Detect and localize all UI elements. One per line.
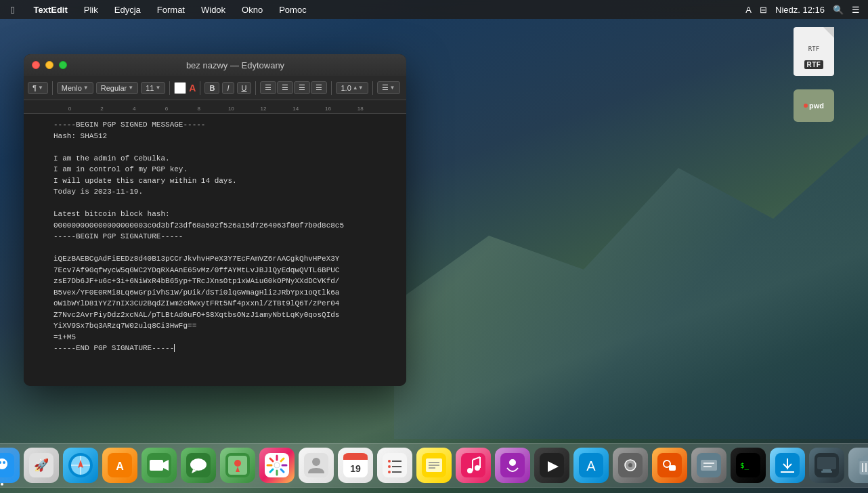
- align-right-button[interactable]: ☰: [294, 81, 310, 94]
- clock: Niedz. 12:16: [775, 5, 825, 15]
- underline-button[interactable]: U: [237, 82, 252, 94]
- ruler-tick-6: 6: [150, 106, 183, 112]
- dock-facetime[interactable]: [142, 448, 177, 483]
- align-left-button[interactable]: ☰: [260, 81, 276, 94]
- dock-safari[interactable]: [63, 448, 98, 483]
- display-icon[interactable]: ⊟: [760, 5, 767, 15]
- dock-contacts[interactable]: [299, 448, 334, 483]
- dock-calendar[interactable]: 19: [338, 448, 373, 483]
- ruler-numbers: 0 2 4 6 8 10 12 14 16 18: [24, 106, 406, 112]
- dock-utilities[interactable]: [691, 448, 726, 483]
- window-title: bez nazwy — Edytowany: [72, 60, 398, 70]
- apple-menu[interactable]: : [8, 3, 17, 17]
- dock-reminders[interactable]: [377, 448, 412, 483]
- dock-podcasts[interactable]: [495, 448, 530, 483]
- svg-point-17: [190, 458, 207, 471]
- dock-screensaver[interactable]: [809, 448, 844, 483]
- text-color-button[interactable]: A: [189, 83, 196, 93]
- dock-maps[interactable]: [220, 448, 255, 483]
- menu-pomoc[interactable]: Pomoc: [276, 3, 309, 16]
- svg-text:A: A: [116, 460, 124, 472]
- search-icon[interactable]: 🔍: [833, 5, 844, 15]
- pwd-icon-body: pwd: [794, 89, 834, 122]
- dock-finder[interactable]: [0, 448, 20, 483]
- svg-point-34: [312, 458, 320, 466]
- textedit-window: bez nazwy — Edytowany ¶ ▼ Menlo ▼ Regula…: [24, 54, 406, 386]
- dock-launchpad[interactable]: 🚀: [24, 448, 59, 483]
- font-style-selector[interactable]: Regular ▼: [96, 82, 138, 94]
- dock-messages[interactable]: [181, 448, 216, 483]
- toolbar-separator-2: [169, 81, 170, 95]
- toolbar-separator-4: [255, 81, 256, 95]
- dock-keychain-access[interactable]: [652, 448, 687, 483]
- dock-music[interactable]: [456, 448, 491, 483]
- ruler-tick-14: 14: [280, 106, 312, 112]
- maximize-button[interactable]: [59, 61, 67, 69]
- ruler: 0 2 4 6 8 10 12 14 16 18: [24, 100, 406, 114]
- dock-trash[interactable]: [848, 448, 868, 483]
- ruler-tick-2: 2: [86, 106, 118, 112]
- menu-icon[interactable]: ☰: [852, 5, 860, 15]
- font-selector[interactable]: Menlo ▼: [57, 82, 93, 94]
- dock-dictionary[interactable]: A: [102, 448, 137, 483]
- rtf-file-icon[interactable]: RTF RTF: [794, 27, 834, 76]
- menubar:  TextEdit Plik Edycja Format Widok Okno…: [0, 0, 868, 19]
- svg-point-44: [388, 471, 391, 473]
- svg-point-42: [388, 465, 391, 468]
- ruler-tick-18: 18: [344, 106, 376, 112]
- font-icon[interactable]: A: [745, 5, 752, 15]
- toolbar-separator-6: [372, 81, 373, 95]
- svg-point-58: [509, 459, 516, 466]
- dock-downloads[interactable]: [770, 448, 805, 483]
- paragraph-style-button[interactable]: ¶ ▼: [28, 82, 48, 94]
- pwd-icon-text: pwd: [809, 102, 824, 110]
- dock-photos[interactable]: [259, 448, 295, 483]
- toolbar-separator-3: [200, 81, 200, 95]
- color-picker[interactable]: [174, 82, 186, 94]
- ruler-tick-0: 0: [53, 106, 86, 112]
- menu-format[interactable]: Format: [154, 3, 188, 16]
- menu-edycja[interactable]: Edycja: [112, 3, 144, 16]
- italic-button[interactable]: I: [222, 82, 234, 94]
- formatting-toolbar: ¶ ▼ Menlo ▼ Regular ▼ 11 ▼ A B I U ☰ ☰ ☰…: [24, 76, 406, 100]
- menu-widok[interactable]: Widok: [198, 3, 228, 16]
- dock-notes[interactable]: [416, 448, 452, 483]
- close-button[interactable]: [32, 61, 40, 69]
- text-editor-area[interactable]: -----BEGIN PGP SIGNED MESSAGE----- Hash:…: [24, 114, 406, 386]
- ruler-tick-8: 8: [183, 106, 215, 112]
- svg-rect-81: [823, 469, 831, 471]
- ruler-tick-10: 10: [215, 106, 248, 112]
- svg-point-21: [234, 460, 241, 467]
- toolbar-separator-1: [52, 81, 53, 95]
- pwd-folder-icon[interactable]: pwd: [794, 89, 834, 122]
- dock-appletv[interactable]: [534, 448, 569, 483]
- svg-point-69: [666, 463, 668, 465]
- font-size-selector[interactable]: 11 ▼: [141, 82, 165, 94]
- minimize-button[interactable]: [45, 61, 53, 69]
- rtf-icon-body: RTF RTF: [794, 27, 834, 76]
- dock-appstore[interactable]: A: [573, 448, 609, 483]
- svg-point-24: [274, 463, 280, 468]
- svg-rect-84: [859, 460, 868, 475]
- alignment-group: ☰ ☰ ☰ ☰: [260, 81, 327, 94]
- svg-text:A: A: [586, 458, 596, 473]
- pwd-dot: [804, 104, 808, 108]
- dock-terminal[interactable]: $_: [731, 448, 766, 483]
- menu-plik[interactable]: Plik: [81, 3, 101, 16]
- line-height-selector[interactable]: 1.0 ▲▼: [336, 82, 368, 94]
- dock-system-preferences[interactable]: [613, 448, 648, 483]
- list-style-button[interactable]: ☰ ▼: [377, 81, 400, 94]
- align-center-button[interactable]: ☰: [277, 81, 293, 94]
- rtf-badge: RTF: [804, 60, 824, 69]
- align-justify-button[interactable]: ☰: [311, 81, 327, 94]
- menu-okno[interactable]: Okno: [239, 3, 265, 16]
- ruler-tick-12: 12: [247, 106, 280, 112]
- dock-inner: 🚀 A 19: [0, 443, 868, 488]
- rtf-icon-lines: RTF: [804, 39, 823, 59]
- svg-rect-86: [863, 456, 868, 458]
- ruler-tick-16: 16: [312, 106, 345, 112]
- svg-rect-37: [343, 457, 368, 460]
- bold-button[interactable]: B: [204, 82, 219, 94]
- app-name[interactable]: TextEdit: [30, 3, 70, 16]
- svg-point-40: [388, 460, 391, 463]
